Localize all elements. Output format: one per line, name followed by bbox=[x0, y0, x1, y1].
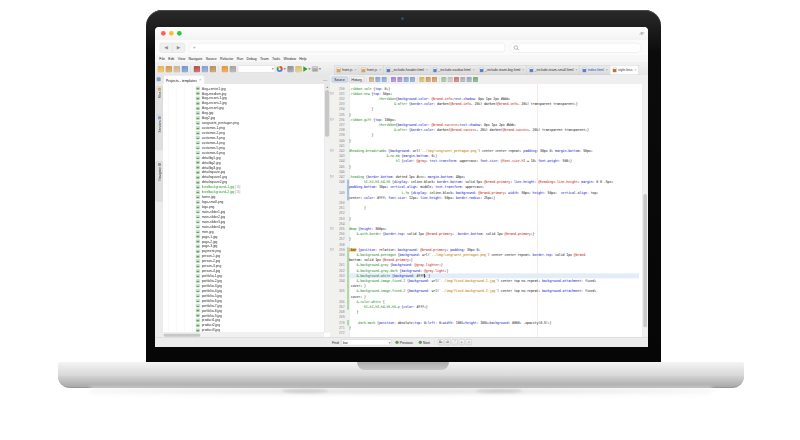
find-selection-icon[interactable] bbox=[391, 77, 396, 82]
next-occurrence-icon[interactable] bbox=[432, 77, 437, 82]
close-icon[interactable]: × bbox=[576, 68, 578, 72]
incremental-search-icon[interactable] bbox=[397, 77, 402, 82]
zoom-traffic-light[interactable] bbox=[177, 31, 182, 36]
browser-chrome-icon[interactable] bbox=[277, 66, 283, 72]
menu-navigate[interactable]: Navigate bbox=[187, 57, 204, 61]
tab-front.js[interactable]: front.js× bbox=[334, 65, 359, 75]
tab-_include-navbar.html[interactable]: _include-navbar.html× bbox=[431, 65, 478, 75]
close-icon[interactable]: × bbox=[199, 78, 201, 82]
debug-project-icon[interactable] bbox=[312, 66, 318, 71]
close-icon[interactable]: × bbox=[473, 68, 475, 72]
close-icon[interactable]: × bbox=[522, 68, 524, 72]
code-area[interactable]: .ribbon.sale {top: 0;}.ribbon.new {top: … bbox=[349, 84, 643, 337]
indent-icon[interactable] bbox=[467, 77, 472, 82]
bookmark-icon[interactable] bbox=[473, 77, 478, 82]
menu-tools[interactable]: Tools bbox=[270, 57, 282, 61]
open-project-icon[interactable] bbox=[174, 66, 180, 72]
cut-icon[interactable] bbox=[194, 66, 200, 72]
close-icon[interactable]: × bbox=[606, 68, 608, 72]
copy-icon[interactable] bbox=[202, 66, 208, 72]
close-icon[interactable]: × bbox=[355, 68, 357, 72]
comment-icon[interactable] bbox=[441, 77, 446, 82]
menu-debug[interactable]: Debug bbox=[245, 57, 259, 61]
find-input[interactable]: bar bbox=[341, 339, 391, 345]
close-icon[interactable]: × bbox=[379, 68, 381, 72]
url-input[interactable]: + bbox=[189, 43, 505, 52]
redo-icon[interactable] bbox=[230, 66, 236, 72]
start-macro-icon[interactable] bbox=[454, 77, 459, 82]
paste-icon[interactable] bbox=[210, 66, 216, 72]
new-project-icon[interactable] bbox=[166, 66, 172, 72]
project-file-tree[interactable]: blog-center1.jpgblog-medium.jpgblog-rece… bbox=[163, 84, 324, 333]
config-combobox[interactable] bbox=[238, 65, 275, 72]
run-project-icon[interactable] bbox=[303, 66, 307, 71]
tab-front.js[interactable]: front.js× bbox=[359, 65, 384, 75]
back-icon[interactable] bbox=[375, 77, 380, 82]
image-file-icon bbox=[196, 146, 200, 149]
dock-tab-navigator[interactable]: Navigator bbox=[156, 161, 163, 201]
code-line[interactable] bbox=[349, 330, 643, 335]
close-icon[interactable]: × bbox=[426, 68, 428, 72]
history-view-button[interactable]: History bbox=[349, 77, 365, 83]
menu-refactor[interactable]: Refactor bbox=[218, 57, 235, 61]
regex-toggle[interactable]: .* bbox=[452, 339, 458, 345]
toggle-highlight-icon[interactable] bbox=[419, 77, 424, 82]
new-file-icon[interactable] bbox=[158, 66, 164, 72]
tab-style.less[interactable]: style.less× bbox=[610, 65, 639, 75]
clean-build-icon[interactable] bbox=[287, 66, 293, 72]
code-fold-icon[interactable] bbox=[331, 248, 334, 251]
code-fold-icon[interactable] bbox=[331, 175, 334, 178]
dropdown-arrow-icon[interactable]: ▾ bbox=[319, 67, 321, 71]
menu-window[interactable]: Window bbox=[282, 57, 298, 61]
save-all-icon[interactable] bbox=[182, 66, 188, 72]
dock-tab-files[interactable]: Files bbox=[156, 86, 163, 115]
editor-scroll-thumb[interactable] bbox=[643, 194, 647, 327]
menu-run[interactable]: Run bbox=[235, 57, 245, 61]
highlight-results-toggle[interactable]: ≡ bbox=[459, 339, 465, 345]
dropdown-arrow-icon[interactable]: ▾ bbox=[309, 67, 311, 71]
tab-_include-team-small.html[interactable]: _include-team-small.html× bbox=[527, 65, 580, 75]
tab-_include-team-big.html[interactable]: _include-team-big.html× bbox=[477, 65, 527, 75]
code-fold-icon[interactable] bbox=[331, 92, 334, 95]
forward-button[interactable]: ▶ bbox=[172, 43, 184, 52]
code-editor[interactable]: 2302312322332342352362372382392402412422… bbox=[330, 84, 648, 337]
find-previous-button[interactable]: Previous bbox=[393, 339, 414, 345]
dock-tab-services[interactable]: Services bbox=[156, 115, 163, 150]
menu-edit[interactable]: Edit bbox=[167, 57, 176, 61]
minimize-panel-icon[interactable]: — bbox=[323, 77, 327, 82]
expand-icon[interactable]: ↗↙ bbox=[638, 30, 643, 36]
stop-macro-icon[interactable] bbox=[460, 77, 465, 82]
forward-icon[interactable] bbox=[382, 77, 387, 82]
prev-match-icon[interactable] bbox=[404, 77, 409, 82]
menu-view[interactable]: View bbox=[176, 57, 187, 61]
code-fold-icon[interactable] bbox=[331, 118, 334, 121]
tab-_include-header.html[interactable]: _include-header.html× bbox=[384, 65, 431, 75]
menu-file[interactable]: File bbox=[158, 57, 167, 61]
tab-index.html[interactable]: index.html× bbox=[580, 65, 610, 75]
next-match-icon[interactable] bbox=[410, 77, 415, 82]
tree-scroll-thumb[interactable] bbox=[325, 90, 329, 137]
uncomment-icon[interactable] bbox=[448, 77, 453, 82]
wrap-search-toggle[interactable]: ↺ bbox=[466, 339, 472, 345]
whole-words-toggle[interactable]: ab bbox=[445, 339, 451, 345]
code-fold-icon[interactable] bbox=[331, 227, 334, 230]
close-traffic-light[interactable] bbox=[161, 31, 166, 36]
deploy-icon[interactable] bbox=[295, 66, 301, 72]
source-view-button[interactable]: Source bbox=[332, 77, 348, 83]
close-icon[interactable]: × bbox=[634, 68, 636, 72]
back-button[interactable]: ◀ bbox=[160, 43, 172, 52]
match-case-toggle[interactable]: Aa bbox=[438, 339, 444, 345]
last-edit-icon[interactable] bbox=[369, 77, 374, 82]
prev-occurrence-icon[interactable] bbox=[426, 77, 431, 82]
find-next-button[interactable]: Next bbox=[417, 339, 432, 345]
code-fold-icon[interactable] bbox=[331, 149, 334, 152]
menu-source[interactable]: Source bbox=[204, 57, 218, 61]
line-number: 249 bbox=[330, 190, 345, 195]
minimize-traffic-light[interactable] bbox=[169, 31, 174, 36]
menu-team[interactable]: Team bbox=[258, 57, 270, 61]
dropdown-arrow-icon[interactable]: ▾ bbox=[284, 67, 286, 71]
editor-vertical-scrollbar[interactable] bbox=[642, 84, 648, 337]
menu-help[interactable]: Help bbox=[298, 57, 309, 61]
undo-icon[interactable] bbox=[222, 66, 228, 72]
search-input[interactable] bbox=[510, 43, 641, 53]
